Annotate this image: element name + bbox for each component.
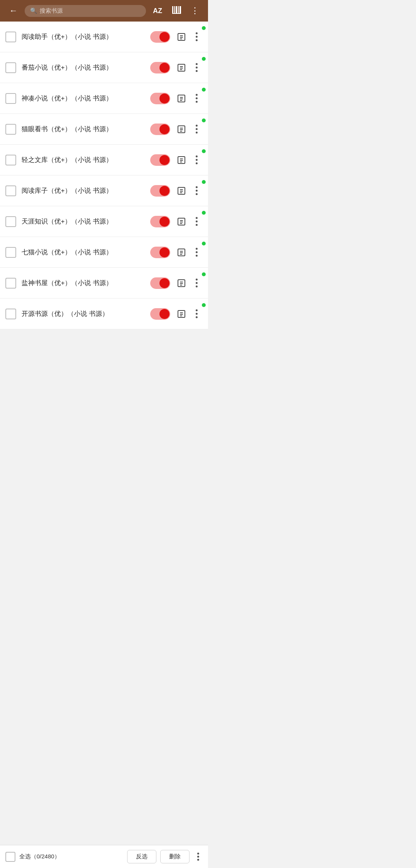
item-checkbox[interactable] xyxy=(5,155,16,165)
edit-icon[interactable] xyxy=(176,62,187,73)
svg-rect-3 xyxy=(178,6,179,14)
status-dot xyxy=(202,26,206,30)
svg-rect-5 xyxy=(173,13,181,14)
item-label: 七猫小说（优+）（小说 书源） xyxy=(22,248,150,257)
item-label: 神凑小说（优+）（小说 书源） xyxy=(22,94,150,103)
edit-icon[interactable] xyxy=(176,124,187,135)
item-more-button[interactable] xyxy=(191,276,202,290)
svg-rect-1 xyxy=(174,6,175,14)
status-dot xyxy=(202,119,206,122)
back-button[interactable]: ← xyxy=(6,4,21,17)
item-label: 阅读助手（优+）（小说 书源） xyxy=(22,32,150,42)
item-label: 天涯知识（优+）（小说 书源） xyxy=(22,217,150,226)
item-more-button[interactable] xyxy=(191,184,202,198)
toggle-knob xyxy=(159,186,169,196)
item-toggle[interactable] xyxy=(150,277,170,289)
toggle-knob xyxy=(159,124,169,134)
item-toggle[interactable] xyxy=(150,62,170,73)
list-item: 番茄小说（优+）（小说 书源） xyxy=(0,52,208,83)
item-more-button[interactable] xyxy=(191,214,202,229)
item-checkbox[interactable] xyxy=(5,247,16,258)
item-label: 盐神书屋（优+）（小说 书源） xyxy=(22,279,150,288)
item-more-button[interactable] xyxy=(191,122,202,137)
svg-rect-4 xyxy=(179,6,181,14)
item-toggle[interactable] xyxy=(150,185,170,197)
edit-icon[interactable] xyxy=(176,247,187,258)
item-toggle[interactable] xyxy=(150,154,170,166)
status-dot xyxy=(202,242,206,245)
item-label: 开源书源（优）（小说 书源） xyxy=(22,309,150,319)
list-item: 天涯知识（优+）（小说 书源） xyxy=(0,206,208,237)
list-item: 轻之文库（优+）（小说 书源） xyxy=(0,145,208,175)
list-item: 猫眼看书（优+）（小说 书源） xyxy=(0,114,208,145)
header-more-button[interactable]: ⋮ xyxy=(188,4,202,17)
item-label: 番茄小说（优+）（小说 书源） xyxy=(22,63,150,72)
item-checkbox[interactable] xyxy=(5,185,16,196)
item-toggle[interactable] xyxy=(150,124,170,135)
item-toggle[interactable] xyxy=(150,93,170,104)
toggle-knob xyxy=(159,155,169,165)
toggle-knob xyxy=(159,278,169,288)
status-dot xyxy=(202,303,206,307)
status-dot xyxy=(202,149,206,153)
item-more-button[interactable] xyxy=(191,307,202,321)
search-bar[interactable]: 🔍 搜索书源 xyxy=(25,5,146,17)
list-item: 盐神书屋（优+）（小说 书源） xyxy=(0,268,208,299)
item-more-button[interactable] xyxy=(191,91,202,106)
item-checkbox[interactable] xyxy=(5,309,16,319)
item-toggle[interactable] xyxy=(150,31,170,43)
status-dot xyxy=(202,272,206,276)
toggle-knob xyxy=(159,217,169,227)
header: ← 🔍 搜索书源 AZ ⋮ xyxy=(0,0,208,22)
status-dot xyxy=(202,180,206,184)
item-checkbox[interactable] xyxy=(5,216,16,227)
toggle-knob xyxy=(159,247,169,257)
edit-icon[interactable] xyxy=(176,154,187,166)
item-label: 阅读库子（优+）（小说 书源） xyxy=(22,186,150,195)
item-more-button[interactable] xyxy=(191,153,202,167)
toggle-knob xyxy=(159,63,169,73)
svg-rect-2 xyxy=(176,6,177,14)
edit-icon[interactable] xyxy=(176,185,187,197)
sort-icon[interactable] xyxy=(169,3,185,19)
search-placeholder: 搜索书源 xyxy=(40,7,63,15)
search-icon: 🔍 xyxy=(30,7,37,14)
status-dot xyxy=(202,211,206,215)
item-label: 猫眼看书（优+）（小说 书源） xyxy=(22,125,150,134)
toggle-knob xyxy=(159,32,169,42)
status-dot xyxy=(202,57,206,61)
item-more-button[interactable] xyxy=(191,245,202,260)
item-checkbox[interactable] xyxy=(5,278,16,289)
toggle-knob xyxy=(159,93,169,103)
item-label: 轻之文库（优+）（小说 书源） xyxy=(22,155,150,165)
edit-icon[interactable] xyxy=(176,216,187,227)
list-item: 七猫小说（优+）（小说 书源） xyxy=(0,237,208,268)
az-button[interactable]: AZ xyxy=(150,5,165,17)
list-item: 开源书源（优）（小说 书源） xyxy=(0,299,208,329)
edit-icon[interactable] xyxy=(176,277,187,289)
item-more-button[interactable] xyxy=(191,30,202,44)
item-more-button[interactable] xyxy=(191,60,202,75)
item-toggle[interactable] xyxy=(150,308,170,320)
toggle-knob xyxy=(159,309,169,319)
edit-icon[interactable] xyxy=(176,308,187,320)
status-dot xyxy=(202,88,206,92)
list-item: 阅读库子（优+）（小说 书源） xyxy=(0,175,208,206)
item-checkbox[interactable] xyxy=(5,124,16,135)
svg-rect-0 xyxy=(172,6,173,14)
item-checkbox[interactable] xyxy=(5,93,16,104)
list-item: 神凑小说（优+）（小说 书源） xyxy=(0,83,208,114)
item-checkbox[interactable] xyxy=(5,62,16,73)
source-list: 阅读助手（优+）（小说 书源） 番茄小说（优+）（小说 书源） xyxy=(0,22,208,329)
edit-icon[interactable] xyxy=(176,93,187,104)
item-toggle[interactable] xyxy=(150,247,170,258)
list-item: 阅读助手（优+）（小说 书源） xyxy=(0,22,208,52)
item-toggle[interactable] xyxy=(150,216,170,227)
edit-icon[interactable] xyxy=(176,31,187,43)
item-checkbox[interactable] xyxy=(5,32,16,42)
